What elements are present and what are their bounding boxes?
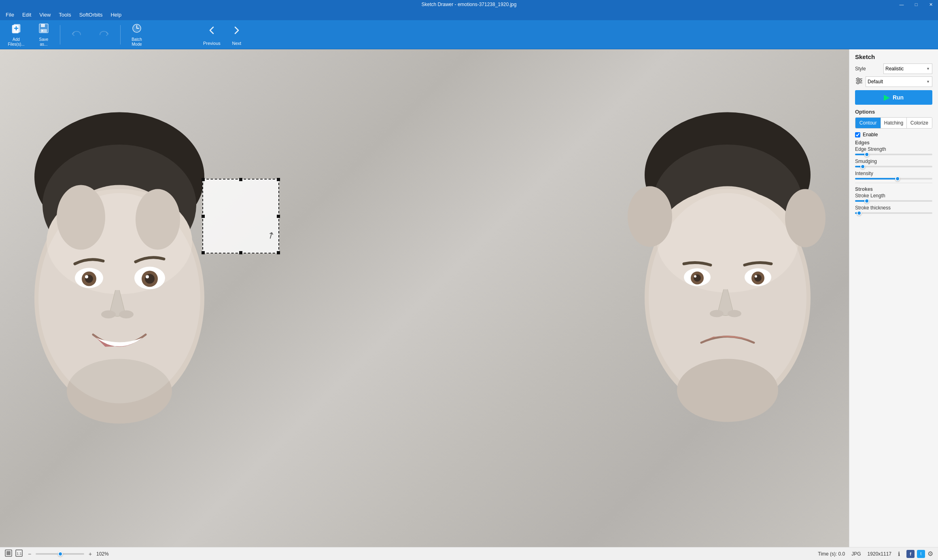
fit-icon[interactable]: [5, 549, 12, 558]
svg-text:1:1: 1:1: [17, 552, 22, 556]
intensity-track[interactable]: [855, 178, 932, 180]
canvas-area[interactable]: ↗: [0, 49, 849, 547]
save-as-button[interactable]: Saveas...: [31, 22, 57, 48]
zoom-in-button[interactable]: +: [87, 550, 94, 558]
stroke-length-thumb[interactable]: [864, 199, 869, 203]
close-button[interactable]: ✕: [923, 0, 938, 9]
svg-rect-52: [6, 551, 11, 555]
sel-handle-bl[interactable]: [202, 251, 205, 254]
zoom-slider[interactable]: [36, 553, 84, 555]
stroke-thickness-track[interactable]: [855, 212, 932, 214]
sel-handle-tc[interactable]: [239, 178, 242, 181]
stroke-length-label: Stroke Length: [855, 193, 932, 199]
facebook-icon[interactable]: f: [906, 550, 915, 558]
options-label: Options: [855, 109, 932, 115]
batch-mode-label: BatchMode: [132, 37, 142, 47]
menu-file[interactable]: File: [2, 10, 18, 19]
save-as-label: Saveas...: [39, 37, 49, 47]
right-face-svg: [582, 49, 849, 547]
edge-strength-thumb[interactable]: [864, 152, 869, 157]
strokes-label: Strokes: [855, 186, 932, 192]
smudging-row: Smudging: [855, 158, 932, 167]
next-label: Next: [232, 41, 241, 46]
smudging-track[interactable]: [855, 166, 932, 167]
previous-icon: [205, 24, 218, 39]
format-label: JPG: [851, 551, 861, 557]
selection-box[interactable]: ↗: [202, 179, 279, 254]
sel-handle-tl[interactable]: [202, 178, 205, 181]
stroke-thickness-row: Stroke thickness: [855, 205, 932, 214]
sel-handle-ml[interactable]: [202, 215, 205, 218]
stroke-length-track[interactable]: [855, 200, 932, 202]
run-arrow-icon: ▶: [884, 93, 889, 102]
add-files-icon: [11, 23, 22, 36]
maximize-button[interactable]: □: [909, 0, 923, 9]
run-button[interactable]: ▶ Run: [855, 90, 932, 105]
style-label: Style: [855, 66, 883, 72]
presets-select[interactable]: Default: [866, 76, 932, 87]
menu-softorbits[interactable]: SoftOrbits: [75, 10, 107, 19]
tab-contour[interactable]: Contour: [855, 118, 881, 128]
time-label: Time (s): 0.0: [818, 551, 845, 557]
presets-select-wrapper: Default: [866, 76, 932, 87]
previous-button[interactable]: Previous: [200, 22, 224, 47]
zoom-thumb[interactable]: [58, 552, 63, 556]
sel-handle-br[interactable]: [277, 251, 280, 254]
edge-strength-label: Edge Strength: [855, 146, 932, 152]
nav-buttons: Previous Next: [200, 22, 246, 47]
toolbar: AddFiles(s)... Saveas...: [0, 20, 938, 49]
style-select[interactable]: Realistic: [883, 63, 932, 74]
right-panel: Sketch Style Realistic: [849, 49, 938, 547]
batch-mode-button[interactable]: BatchMode: [124, 22, 150, 48]
twitter-icon[interactable]: t: [917, 550, 925, 558]
dimensions-label: 1920x1117: [868, 551, 891, 557]
undo-icon: [71, 28, 82, 41]
svg-point-26: [136, 189, 180, 250]
social-icons: f t ⚙: [906, 550, 933, 558]
style-row: Style Realistic: [855, 63, 932, 74]
redo-button[interactable]: [91, 22, 117, 48]
smudging-thumb[interactable]: [860, 164, 865, 169]
actual-size-icon[interactable]: 1:1: [15, 549, 23, 558]
settings-status-icon[interactable]: ⚙: [927, 550, 933, 558]
edge-strength-row: Edge Strength: [855, 146, 932, 155]
cursor-in-selection: ↗: [265, 229, 277, 242]
intensity-row: Intensity: [855, 171, 932, 180]
zoom-level: 102%: [96, 551, 109, 557]
redo-icon: [98, 28, 110, 41]
menu-edit[interactable]: Edit: [18, 10, 35, 19]
toolbar-divider-2: [120, 25, 121, 44]
intensity-fill: [855, 178, 898, 180]
svg-point-49: [859, 80, 862, 82]
stroke-thickness-thumb[interactable]: [857, 211, 862, 216]
svg-rect-6: [40, 29, 47, 32]
smudging-label: Smudging: [855, 158, 932, 164]
add-files-button[interactable]: AddFiles(s)...: [3, 22, 29, 48]
menu-help[interactable]: Help: [106, 10, 125, 19]
sel-handle-mr[interactable]: [277, 215, 280, 218]
intensity-thumb[interactable]: [895, 176, 900, 181]
stroke-length-row: Stroke Length: [855, 193, 932, 202]
zoom-out-button[interactable]: −: [26, 550, 33, 558]
left-face-svg: [0, 49, 267, 547]
tab-colorize[interactable]: Colorize: [907, 118, 932, 128]
undo-button[interactable]: [64, 22, 89, 48]
tab-hatching[interactable]: Hatching: [881, 118, 906, 128]
menu-tools[interactable]: Tools: [55, 10, 75, 19]
title-bar: Sketch Drawer - emotions-371238_1920.jpg…: [0, 0, 938, 9]
next-button[interactable]: Next: [227, 22, 246, 47]
sel-handle-bc[interactable]: [239, 251, 242, 254]
svg-point-48: [857, 78, 859, 80]
next-icon: [230, 24, 243, 39]
menu-view[interactable]: View: [35, 10, 55, 19]
minimize-button[interactable]: —: [894, 0, 909, 9]
info-icon[interactable]: ℹ: [898, 551, 900, 557]
edge-strength-track[interactable]: [855, 154, 932, 155]
main-layout: ↗ Sketch Style Realistic: [0, 49, 938, 547]
strokes-divider: [855, 183, 932, 183]
previous-label: Previous: [203, 41, 221, 46]
enable-checkbox[interactable]: [855, 132, 860, 137]
save-as-icon: [38, 23, 49, 36]
presets-icon: [855, 77, 863, 87]
sel-handle-tr[interactable]: [277, 178, 280, 181]
